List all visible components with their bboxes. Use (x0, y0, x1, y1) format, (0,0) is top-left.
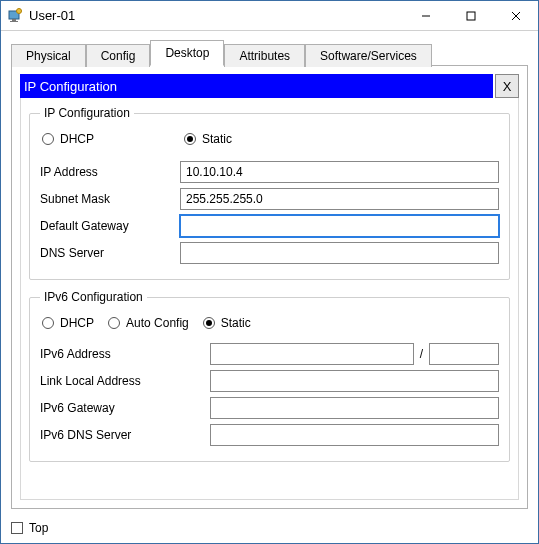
panel-body: IP Configuration DHCP Static IP Address (20, 98, 519, 500)
ipv4-dhcp-radio[interactable]: DHCP (42, 132, 94, 146)
ipv4-static-radio[interactable]: Static (184, 132, 232, 146)
dns-server-label: DNS Server (40, 246, 180, 260)
ipv6-group: IPv6 Configuration DHCP Auto Config Stat… (29, 290, 510, 462)
ip-address-label: IP Address (40, 165, 180, 179)
window-title: User-01 (29, 8, 403, 23)
panel-header: IP Configuration X (20, 74, 519, 98)
radio-icon (42, 133, 54, 145)
ipv6-address-label: IPv6 Address (40, 347, 210, 361)
svg-point-3 (17, 8, 22, 13)
radio-icon (42, 317, 54, 329)
maximize-icon (466, 11, 476, 21)
svg-rect-2 (10, 21, 18, 22)
link-local-input[interactable] (210, 370, 499, 392)
radio-icon (203, 317, 215, 329)
app-window: User-01 Physical Config Desktop Attribut… (0, 0, 539, 544)
minimize-icon (421, 11, 431, 21)
link-local-label: Link Local Address (40, 374, 210, 388)
ipv6-prefix-input[interactable] (429, 343, 499, 365)
bottom-bar: Top (1, 517, 538, 543)
tab-physical[interactable]: Physical (11, 44, 86, 67)
dns-server-input[interactable] (180, 242, 499, 264)
ipv6-prefix-separator: / (414, 347, 429, 361)
ip-address-input[interactable] (180, 161, 499, 183)
tab-config[interactable]: Config (86, 44, 151, 67)
ipv6-dhcp-radio[interactable]: DHCP (42, 316, 94, 330)
ipv6-dns-input[interactable] (210, 424, 499, 446)
close-button[interactable] (493, 1, 538, 30)
subnet-mask-input[interactable] (180, 188, 499, 210)
minimize-button[interactable] (403, 1, 448, 30)
ipv4-group: IP Configuration DHCP Static IP Address (29, 106, 510, 280)
ipv6-address-input[interactable] (210, 343, 414, 365)
ipv4-dhcp-label: DHCP (60, 132, 94, 146)
top-label: Top (29, 521, 48, 535)
maximize-button[interactable] (448, 1, 493, 30)
svg-rect-1 (12, 19, 16, 21)
close-icon (511, 11, 521, 21)
app-icon (7, 8, 23, 24)
subnet-mask-label: Subnet Mask (40, 192, 180, 206)
radio-icon (184, 133, 196, 145)
ipv6-autoconfig-radio[interactable]: Auto Config (108, 316, 189, 330)
panel-title: IP Configuration (20, 74, 493, 98)
panel-close-button[interactable]: X (495, 74, 519, 98)
ipv4-legend: IP Configuration (40, 106, 134, 120)
tab-panel: IP Configuration X IP Configuration DHCP… (11, 65, 528, 509)
window-controls (403, 1, 538, 30)
top-checkbox[interactable] (11, 522, 23, 534)
default-gateway-label: Default Gateway (40, 219, 180, 233)
radio-icon (108, 317, 120, 329)
ipv6-legend: IPv6 Configuration (40, 290, 147, 304)
tab-desktop[interactable]: Desktop (150, 40, 224, 66)
ipv6-dhcp-label: DHCP (60, 316, 94, 330)
ipv6-mode-row: DHCP Auto Config Static (40, 310, 499, 338)
svg-rect-5 (467, 12, 475, 20)
ipv6-gateway-label: IPv6 Gateway (40, 401, 210, 415)
titlebar[interactable]: User-01 (1, 1, 538, 31)
ipv6-static-radio[interactable]: Static (203, 316, 251, 330)
ipv4-static-label: Static (202, 132, 232, 146)
ipv6-autoconfig-label: Auto Config (126, 316, 189, 330)
tab-software-services[interactable]: Software/Services (305, 44, 432, 67)
ipv4-mode-row: DHCP Static (40, 126, 499, 156)
ipv6-dns-label: IPv6 DNS Server (40, 428, 210, 442)
tab-strip: Physical Config Desktop Attributes Softw… (1, 31, 538, 65)
tab-attributes[interactable]: Attributes (224, 44, 305, 67)
default-gateway-input[interactable] (180, 215, 499, 237)
ipv6-gateway-input[interactable] (210, 397, 499, 419)
ipv6-static-label: Static (221, 316, 251, 330)
